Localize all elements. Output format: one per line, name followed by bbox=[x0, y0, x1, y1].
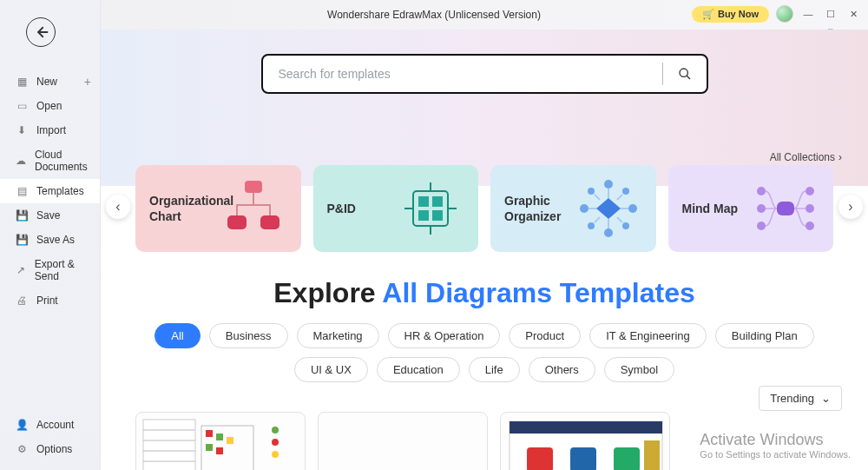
buy-now-button[interactable]: 🛒 Buy Now bbox=[692, 6, 769, 23]
chip-hr[interactable]: HR & Operation bbox=[388, 323, 501, 348]
chip-building[interactable]: Building Plan bbox=[715, 323, 814, 348]
sidebar-item-label: New bbox=[36, 76, 57, 88]
watermark-line2: Go to Settings to activate Windows. bbox=[700, 449, 851, 460]
search-input[interactable] bbox=[263, 67, 662, 81]
card-graphic-organizer[interactable]: Graphic Organizer bbox=[490, 165, 656, 252]
svg-rect-36 bbox=[216, 447, 223, 454]
svg-rect-32 bbox=[206, 430, 213, 437]
svg-rect-6 bbox=[432, 196, 443, 207]
template-thumb[interactable] bbox=[500, 412, 670, 470]
svg-point-11 bbox=[604, 228, 613, 237]
search-bar bbox=[261, 54, 708, 94]
chip-life[interactable]: Life bbox=[469, 357, 520, 382]
svg-rect-43 bbox=[570, 447, 596, 470]
svg-rect-8 bbox=[432, 210, 443, 221]
svg-point-20 bbox=[757, 204, 766, 213]
chip-product[interactable]: Product bbox=[509, 323, 581, 348]
sidebar-item-label: Options bbox=[36, 443, 72, 455]
svg-point-39 bbox=[272, 451, 279, 458]
svg-rect-5 bbox=[418, 196, 429, 207]
svg-point-17 bbox=[622, 222, 629, 229]
sidebar-item-open[interactable]: ▭ Open bbox=[0, 94, 100, 118]
chip-uiux[interactable]: UI & UX bbox=[294, 357, 368, 382]
chip-it[interactable]: IT & Engineering bbox=[589, 323, 707, 348]
app-title: Wondershare EdrawMax (Unlicensed Version… bbox=[327, 9, 541, 21]
import-icon: ⬇ bbox=[16, 124, 28, 136]
svg-point-16 bbox=[588, 222, 595, 229]
svg-point-12 bbox=[580, 204, 589, 213]
buy-now-label: Buy Now bbox=[718, 9, 759, 19]
chip-others[interactable]: Others bbox=[529, 357, 595, 382]
all-collections-link[interactable]: All Collections › bbox=[770, 151, 842, 163]
card-mind-map[interactable]: Mind Map bbox=[668, 165, 834, 252]
svg-rect-25 bbox=[143, 420, 195, 470]
sidebar-item-print[interactable]: 🖨 Print bbox=[0, 288, 100, 313]
svg-rect-44 bbox=[614, 447, 640, 470]
person-icon: 👤 bbox=[16, 419, 28, 431]
svg-rect-7 bbox=[418, 210, 429, 221]
search-button[interactable] bbox=[663, 67, 707, 81]
card-organizational-chart[interactable]: Organizational Chart bbox=[135, 165, 301, 252]
svg-point-21 bbox=[757, 222, 766, 230]
sidebar-item-label: Export & Send bbox=[35, 258, 91, 282]
card-pid[interactable]: P&ID bbox=[313, 165, 479, 252]
sidebar-item-label: Templates bbox=[36, 185, 84, 197]
svg-rect-45 bbox=[644, 440, 660, 470]
chip-business[interactable]: Business bbox=[209, 323, 288, 348]
svg-point-13 bbox=[628, 204, 637, 213]
sidebar-item-save[interactable]: 💾 Save bbox=[0, 203, 100, 228]
carousel-next-button[interactable]: › bbox=[838, 195, 863, 219]
svg-rect-34 bbox=[227, 437, 233, 444]
windows-watermark: Activate Windows Go to Settings to activ… bbox=[700, 431, 851, 460]
sidebar-item-label: Print bbox=[36, 295, 58, 307]
template-carousel: ‹ › Organizational Chart P&ID Graphic Or… bbox=[101, 165, 868, 252]
sidebar-item-account[interactable]: 👤 Account bbox=[0, 413, 100, 437]
back-button[interactable] bbox=[26, 17, 56, 47]
svg-point-0 bbox=[680, 69, 687, 76]
template-thumb[interactable] bbox=[135, 412, 306, 470]
carousel-prev-button[interactable]: ‹ bbox=[106, 195, 130, 219]
mind-map-icon bbox=[748, 165, 823, 252]
chip-education[interactable]: Education bbox=[377, 357, 460, 382]
avatar[interactable] bbox=[776, 5, 793, 23]
sidebar-item-cloud[interactable]: ☁ Cloud Documents bbox=[0, 142, 100, 179]
svg-point-10 bbox=[604, 180, 613, 189]
main: All Collections › ‹ › Organizational Cha… bbox=[101, 30, 868, 470]
sidebar-nav: ▦ New + ▭ Open ⬇ Import ☁ Cloud Document… bbox=[0, 70, 100, 313]
chip-all[interactable]: All bbox=[155, 323, 200, 348]
watermark-line1: Activate Windows bbox=[700, 431, 851, 449]
plus-square-icon: ▦ bbox=[16, 76, 28, 88]
sort-label: Trending bbox=[770, 392, 814, 405]
svg-point-22 bbox=[806, 187, 814, 195]
pid-icon bbox=[393, 165, 468, 252]
sidebar-item-label: Open bbox=[36, 100, 62, 112]
chip-marketing[interactable]: Marketing bbox=[297, 323, 379, 348]
svg-point-14 bbox=[588, 188, 595, 195]
minimize-button[interactable]: ― bbox=[800, 6, 816, 22]
plus-icon[interactable]: + bbox=[84, 75, 91, 89]
chip-symbol[interactable]: Symbol bbox=[604, 357, 674, 382]
svg-rect-18 bbox=[777, 202, 794, 215]
sidebar-item-import[interactable]: ⬇ Import bbox=[0, 118, 100, 142]
svg-point-38 bbox=[272, 439, 279, 446]
maximize-button[interactable]: ☐ bbox=[823, 6, 838, 22]
sidebar-item-label: Save As bbox=[36, 234, 75, 246]
template-thumb[interactable] bbox=[318, 412, 488, 470]
save-icon: 💾 bbox=[16, 209, 28, 222]
card-label: P&ID bbox=[327, 202, 356, 215]
svg-point-37 bbox=[272, 427, 279, 434]
sidebar-item-label: Cloud Documents bbox=[35, 149, 91, 173]
sidebar-item-label: Save bbox=[36, 209, 60, 222]
svg-rect-1 bbox=[245, 181, 262, 193]
close-button[interactable]: ✕ bbox=[845, 6, 861, 22]
sidebar-item-new[interactable]: ▦ New + bbox=[0, 70, 100, 94]
sidebar-item-export[interactable]: ↗ Export & Send bbox=[0, 252, 100, 288]
print-icon: 🖨 bbox=[16, 295, 28, 307]
sidebar: ▦ New + ▭ Open ⬇ Import ☁ Cloud Document… bbox=[0, 0, 101, 470]
sidebar-item-templates[interactable]: ▤ Templates bbox=[0, 179, 100, 203]
sidebar-item-options[interactable]: ⚙ Options bbox=[0, 437, 100, 461]
sort-dropdown[interactable]: Trending ⌄ bbox=[759, 386, 842, 411]
template-icon: ▤ bbox=[16, 185, 28, 197]
sidebar-item-label: Account bbox=[36, 419, 74, 431]
sidebar-item-save-as[interactable]: 💾 Save As bbox=[0, 228, 100, 252]
